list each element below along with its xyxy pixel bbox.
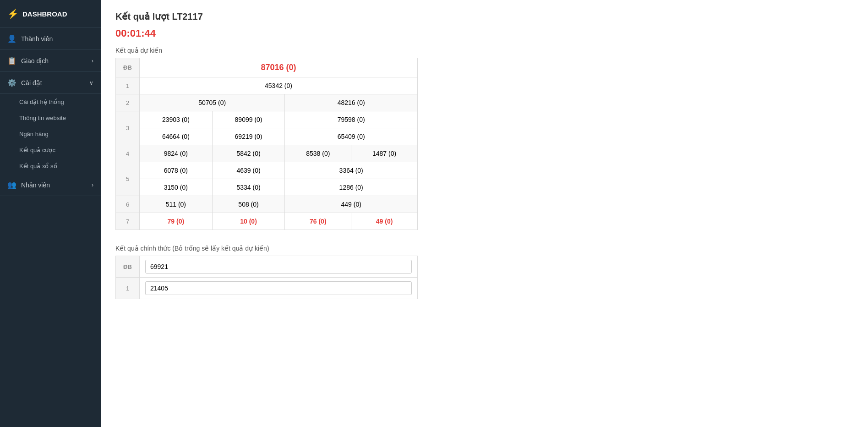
- official-prize1-label: 1: [116, 278, 140, 299]
- prize6-v2: 508 (0): [212, 196, 285, 213]
- sidebar-item-cai-dat[interactable]: ⚙️ Cài đặt ∨: [0, 72, 101, 94]
- brand-label: DASHBROAD: [22, 10, 67, 18]
- table-row-prize7: 7 79 (0) 10 (0) 76 (0) 49 (0): [116, 213, 418, 230]
- db-label: ĐB: [116, 58, 140, 77]
- section-official-label: Kết quả chính thức (Bỏ trống sẽ lấy kết …: [115, 245, 853, 252]
- prize2-label: 2: [116, 94, 140, 111]
- prize5-v5: 5334 (0): [212, 179, 285, 196]
- sidebar-sub-item-cai-dat-he-thong[interactable]: Cài đặt hệ thống: [0, 94, 101, 110]
- official-db-cell: [140, 256, 418, 278]
- official-db-label: ĐB: [116, 256, 140, 278]
- official-row-prize1: 1: [116, 278, 418, 299]
- prize3-v2: 89099 (0): [212, 111, 285, 128]
- db-value: 87016 (0): [140, 58, 418, 77]
- users-icon: 👤: [7, 34, 16, 43]
- table-row-prize3b: 64664 (0) 69219 (0) 65409 (0): [116, 128, 418, 145]
- sidebar-sub-item-ket-qua-xo-so[interactable]: Kết quả xổ số: [0, 158, 101, 174]
- official-db-input[interactable]: [145, 260, 412, 274]
- prize3-v3: 79598 (0): [285, 111, 418, 128]
- prize2-value-2: 48216 (0): [285, 94, 418, 111]
- prize7-v3: 76 (0): [285, 213, 351, 230]
- transaction-icon: 📋: [7, 56, 16, 65]
- prize4-v2: 5842 (0): [212, 145, 285, 162]
- prize3-label: 3: [116, 111, 140, 145]
- prize5-v4: 3150 (0): [140, 179, 213, 196]
- brand-icon: ⚡: [7, 8, 19, 19]
- prize4-v1: 9824 (0): [140, 145, 213, 162]
- prize5-v3: 3364 (0): [285, 162, 418, 179]
- table-row-prize3a: 3 23903 (0) 89099 (0) 79598 (0): [116, 111, 418, 128]
- sidebar-item-giao-dich[interactable]: 📋 Giao dịch ›: [0, 50, 101, 72]
- prize5-label: 5: [116, 162, 140, 196]
- sidebar-brand: ⚡ DASHBROAD: [0, 0, 101, 28]
- prize3-v4: 64664 (0): [140, 128, 213, 145]
- prize6-v1: 511 (0): [140, 196, 213, 213]
- table-row-prize5a: 5 6078 (0) 4639 (0) 3364 (0): [116, 162, 418, 179]
- prize5-v1: 6078 (0): [140, 162, 213, 179]
- sidebar-item-thanh-vien[interactable]: 👤 Thành viên: [0, 28, 101, 50]
- prize7-v2: 10 (0): [212, 213, 285, 230]
- prize6-label: 6: [116, 196, 140, 213]
- prize4-label: 4: [116, 145, 140, 162]
- table-row-prize5b: 3150 (0) 5334 (0) 1286 (0): [116, 179, 418, 196]
- nav-label-cai-dat: Cài đặt: [21, 79, 42, 87]
- prize3-v6: 65409 (0): [285, 128, 418, 145]
- sidebar: ⚡ DASHBROAD 👤 Thành viên 📋 Giao dịch › ⚙…: [0, 0, 101, 427]
- prize2-value-1: 50705 (0): [140, 94, 285, 111]
- sidebar-sub-item-ket-qua-cuoc[interactable]: Kết quả cược: [0, 142, 101, 158]
- chevron-right-icon-2: ›: [92, 182, 93, 188]
- official-results-table: ĐB 1: [115, 256, 418, 299]
- expected-results-table: ĐB 87016 (0) 1 45342 (0) 2 50705 (0) 482…: [115, 58, 418, 230]
- main-content: Kết quả lượt LT2117 00:01:44 Kết quả dự …: [101, 0, 868, 427]
- nav-label-thanh-vien: Thành viên: [21, 35, 53, 43]
- prize4-v4: 1487 (0): [351, 145, 418, 162]
- prize3-v1: 23903 (0): [140, 111, 213, 128]
- prize5-v6: 1286 (0): [285, 179, 418, 196]
- table-row-prize2: 2 50705 (0) 48216 (0): [116, 94, 418, 111]
- sidebar-nav: 👤 Thành viên 📋 Giao dịch › ⚙️ Cài đặt ∨ …: [0, 28, 101, 196]
- sidebar-item-nhan-vien[interactable]: 👥 Nhân viên ›: [0, 174, 101, 196]
- prize3-v5: 69219 (0): [212, 128, 285, 145]
- table-row-prize1: 1 45342 (0): [116, 77, 418, 94]
- prize7-v1: 79 (0): [140, 213, 213, 230]
- prize7-label: 7: [116, 213, 140, 230]
- chevron-right-icon: ›: [92, 58, 93, 64]
- official-prize1-input[interactable]: [145, 281, 412, 295]
- page-title: Kết quả lượt LT2117: [115, 11, 853, 22]
- chevron-down-icon: ∨: [89, 80, 93, 86]
- timer: 00:01:44: [115, 27, 853, 39]
- staff-icon: 👥: [7, 181, 16, 189]
- table-row-db: ĐB 87016 (0): [116, 58, 418, 77]
- prize5-v2: 4639 (0): [212, 162, 285, 179]
- prize6-v3: 449 (0): [285, 196, 418, 213]
- sidebar-sub-item-ngan-hang[interactable]: Ngân hàng: [0, 126, 101, 142]
- nav-label-nhan-vien: Nhân viên: [21, 181, 50, 189]
- prize4-v3: 8538 (0): [285, 145, 351, 162]
- table-row-prize4: 4 9824 (0) 5842 (0) 8538 (0) 1487 (0): [116, 145, 418, 162]
- section-expected-label: Kết quả dự kiến: [115, 47, 853, 54]
- official-prize1-cell: [140, 278, 418, 299]
- prize1-label: 1: [116, 77, 140, 94]
- sidebar-sub-item-thong-tin-website[interactable]: Thông tin website: [0, 110, 101, 126]
- prize7-v4: 49 (0): [351, 213, 418, 230]
- settings-icon: ⚙️: [7, 78, 16, 87]
- official-row-db: ĐB: [116, 256, 418, 278]
- prize1-value: 45342 (0): [140, 77, 418, 94]
- table-row-prize6: 6 511 (0) 508 (0) 449 (0): [116, 196, 418, 213]
- nav-label-giao-dich: Giao dịch: [21, 57, 49, 65]
